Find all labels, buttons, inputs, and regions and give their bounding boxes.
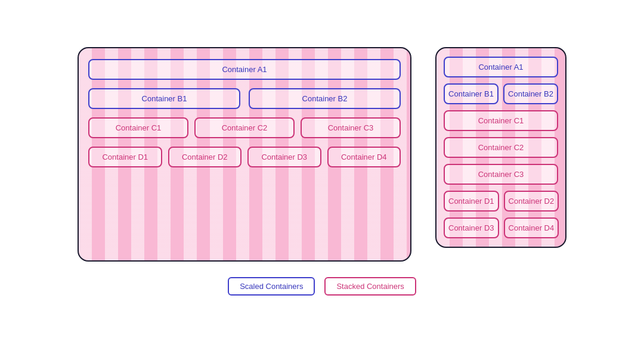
stacked-container-c3: Container C3	[444, 164, 558, 185]
scaled-container-d3: Container D3	[247, 147, 321, 167]
legend: Scaled Containers Stacked Containers	[228, 277, 416, 296]
scaled-container-c1: Container C1	[88, 117, 188, 138]
scaled-container-c3: Container C3	[301, 117, 401, 138]
stacked-containers-panel: Container A1 Container B1 Container B2 C…	[435, 47, 566, 248]
scaled-container-b1: Container B1	[88, 88, 240, 109]
stacked-container-d4: Container D4	[504, 217, 559, 238]
stacked-container-c2: Container C2	[444, 137, 558, 158]
stacked-row-b: Container B1 Container B2	[444, 83, 558, 104]
stacked-row-d2: Container D3 Container D4	[444, 217, 558, 238]
scaled-container-a1: Container A1	[88, 59, 401, 80]
scaled-container-b2: Container B2	[249, 88, 401, 109]
legend-stacked: Stacked Containers	[324, 277, 416, 296]
scaled-container-d1: Container D1	[88, 147, 162, 167]
stacked-row-c1: Container C1	[444, 110, 558, 131]
stacked-container-b1: Container B1	[444, 83, 499, 104]
scaled-container-d4: Container D4	[327, 147, 401, 167]
scaled-container-d2: Container D2	[168, 147, 242, 167]
stacked-container-c1: Container C1	[444, 110, 558, 131]
scaled-row-b: Container B1 Container B2	[88, 88, 401, 109]
stacked-container-d2: Container D2	[504, 191, 559, 212]
legend-scaled: Scaled Containers	[228, 277, 315, 296]
stacked-container-d3: Container D3	[444, 217, 499, 238]
stacked-container-b2: Container B2	[503, 83, 558, 104]
stacked-row-d1: Container D1 Container D2	[444, 191, 558, 212]
stacked-row-c2: Container C2	[444, 137, 558, 158]
stacked-row-c3: Container C3	[444, 164, 558, 185]
scaled-row-a: Container A1	[88, 59, 401, 80]
scaled-row-c: Container C1 Container C2 Container C3	[88, 117, 401, 138]
stacked-container-d1: Container D1	[444, 191, 499, 212]
stacked-container-a1: Container A1	[444, 57, 558, 77]
diagrams-row: Container A1 Container B1 Container B2 C…	[24, 47, 620, 262]
scaled-containers-panel: Container A1 Container B1 Container B2 C…	[78, 47, 411, 262]
scaled-row-d: Container D1 Container D2 Container D3 C…	[88, 147, 401, 167]
main-wrapper: Container A1 Container B1 Container B2 C…	[0, 35, 644, 307]
stacked-row-a: Container A1	[444, 57, 558, 77]
scaled-container-c2: Container C2	[194, 117, 295, 138]
